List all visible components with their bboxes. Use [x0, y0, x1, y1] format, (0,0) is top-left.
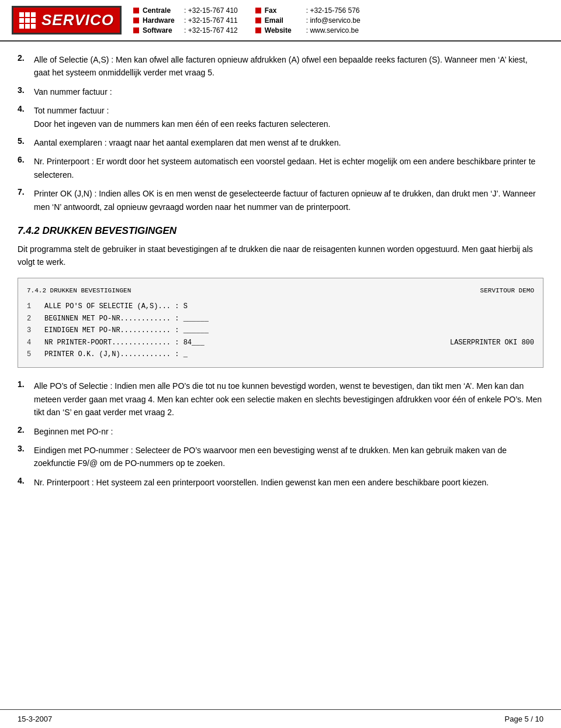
item-text: Alle of Selectie (A,S) : Men kan ofwel a… — [34, 53, 543, 80]
bullet-icon — [255, 8, 261, 13]
item-text: Tot nummer factuur :Door het ingeven van… — [34, 104, 543, 130]
footer-page: Page 5 / 10 — [505, 715, 544, 723]
terminal-line-text: BEGINNEN MET PO-NR............ : ______ — [44, 313, 209, 325]
main-content: 2. Alle of Selectie (A,S) : Men kan ofwe… — [0, 42, 561, 506]
logo-box: SERVICO — [12, 6, 122, 34]
contact-info: Centrale : +32-15-767 410 Hardware : +32… — [133, 6, 549, 34]
item-number: 4. — [18, 476, 29, 489]
item-text: Nr. Printerpoort : Er wordt door het sys… — [34, 155, 543, 181]
contact-fax: Fax : +32-15-756 576 — [255, 6, 361, 15]
list-item: 2. Alle of Selectie (A,S) : Men kan ofwe… — [18, 53, 543, 80]
terminal-line-num: 1 — [27, 301, 39, 312]
section-heading: 7.4.2 DRUKKEN BEVESTIGINGEN — [18, 225, 543, 237]
list-item: 6. Nr. Printerpoort : Er wordt door het … — [18, 155, 543, 181]
page-header: SERVICO Centrale : +32-15-767 410 Hardwa… — [0, 0, 561, 42]
list-item: 4. Tot nummer factuur :Door het ingeven … — [18, 104, 543, 130]
centrale-label: Centrale — [143, 6, 181, 15]
list-item: 4. Nr. Printerpoort : Het systeem zal ee… — [18, 476, 543, 489]
item-number: 7. — [18, 187, 29, 213]
item-number: 3. — [18, 444, 29, 470]
fax-value: : +32-15-756 576 — [306, 6, 360, 15]
item-number: 6. — [18, 155, 29, 181]
list-item: 2. Beginnen met PO-nr : — [18, 425, 543, 438]
item-text: Printer OK (J,N) : Indien alles OK is en… — [34, 187, 543, 213]
item-text: Nr. Printerpoort : Het systeem zal een p… — [34, 476, 543, 489]
bullet-icon — [255, 27, 261, 33]
item-text: Aantal exemplaren : vraagt naar het aant… — [34, 136, 543, 149]
software-value: : +32-15-767 412 — [184, 26, 238, 34]
contact-software: Software : +32-15-767 412 — [133, 26, 238, 34]
website-label: Website — [265, 26, 303, 34]
list-item: 3. Van nummer factuur : — [18, 85, 543, 98]
bullet-icon — [133, 8, 139, 13]
terminal-header-right: SERVITOUR DEMO — [480, 285, 534, 296]
email-label: Email — [265, 16, 303, 25]
terminal-right-text: LASERPRINTER OKI 800 — [450, 337, 534, 349]
terminal-line: 2 BEGINNEN MET PO-NR............ : _____… — [27, 313, 534, 325]
terminal-line-num: 5 — [27, 349, 39, 360]
logo-area: SERVICO — [12, 6, 122, 34]
terminal-line-text: PRINTER O.K. (J,N)............ : _ — [44, 349, 188, 360]
list-item: 1. Alle PO’s of Selectie : Indien men al… — [18, 379, 543, 419]
item-text: Van nummer factuur : — [34, 85, 543, 98]
terminal-line-num: 4 — [27, 337, 39, 349]
item-text: Eindigen met PO-nummer : Selecteer de PO… — [34, 444, 543, 470]
terminal-header: 7.4.2 DRUKKEN BEVESTIGINGEN SERVITOUR DE… — [27, 285, 534, 296]
terminal-line-text: EINDIGEN MET PO-NR............ : ______ — [44, 325, 209, 336]
contact-hardware: Hardware : +32-15-767 411 — [133, 16, 238, 25]
terminal-box: 7.4.2 DRUKKEN BEVESTIGINGEN SERVITOUR DE… — [18, 278, 543, 368]
terminal-line-num: 2 — [27, 313, 39, 325]
item-text: Beginnen met PO-nr : — [34, 425, 543, 438]
terminal-line-text: NR PRINTER-POORT.............. : 84___ — [44, 337, 205, 349]
terminal-line: 4 NR PRINTER-POORT.............. : 84___… — [27, 337, 534, 349]
software-label: Software — [143, 26, 181, 34]
item-number: 5. — [18, 136, 29, 149]
item-number: 1. — [18, 379, 29, 419]
fax-label: Fax — [265, 6, 303, 15]
bullet-icon — [133, 27, 139, 33]
website-value: : www.servico.be — [306, 26, 359, 34]
contact-col-left: Centrale : +32-15-767 410 Hardware : +32… — [133, 6, 238, 34]
footer-date: 15-3-2007 — [18, 715, 52, 723]
item-number: 4. — [18, 104, 29, 130]
terminal-line: 3 EINDIGEN MET PO-NR............ : _____… — [27, 325, 534, 336]
contact-website: Website : www.servico.be — [255, 26, 361, 34]
list-item: 3. Eindigen met PO-nummer : Selecteer de… — [18, 444, 543, 470]
terminal-line: 1 ALLE PO'S OF SELECTIE (A,S)... : S — [27, 301, 534, 312]
terminal-header-left: 7.4.2 DRUKKEN BEVESTIGINGEN — [27, 285, 131, 296]
page-footer: 15-3-2007 Page 5 / 10 — [0, 709, 561, 728]
list-item: 7. Printer OK (J,N) : Indien alles OK is… — [18, 187, 543, 213]
hardware-value: : +32-15-767 411 — [184, 16, 238, 25]
bullet-icon — [133, 18, 139, 23]
terminal-line: 5 PRINTER O.K. (J,N)............ : _ — [27, 349, 534, 360]
terminal-line-num: 3 — [27, 325, 39, 336]
item-number: 3. — [18, 85, 29, 98]
contact-centrale: Centrale : +32-15-767 410 — [133, 6, 238, 15]
terminal-line-text: ALLE PO'S OF SELECTIE (A,S)... : S — [44, 301, 188, 312]
list-item: 5. Aantal exemplaren : vraagt naar het a… — [18, 136, 543, 149]
section-intro: Dit programma stelt de gebruiker in staa… — [18, 243, 543, 269]
logo-text: SERVICO — [41, 11, 114, 29]
item-text: Alle PO’s of Selectie : Indien men alle … — [34, 379, 543, 419]
centrale-value: : +32-15-767 410 — [184, 6, 238, 15]
bullet-icon — [255, 18, 261, 23]
logo-squares — [19, 12, 36, 29]
contact-col-right: Fax : +32-15-756 576 Email : info@servic… — [255, 6, 361, 34]
email-value: : info@servico.be — [306, 16, 361, 25]
hardware-label: Hardware — [143, 16, 181, 25]
contact-email: Email : info@servico.be — [255, 16, 361, 25]
item-number: 2. — [18, 425, 29, 438]
item-number: 2. — [18, 53, 29, 80]
